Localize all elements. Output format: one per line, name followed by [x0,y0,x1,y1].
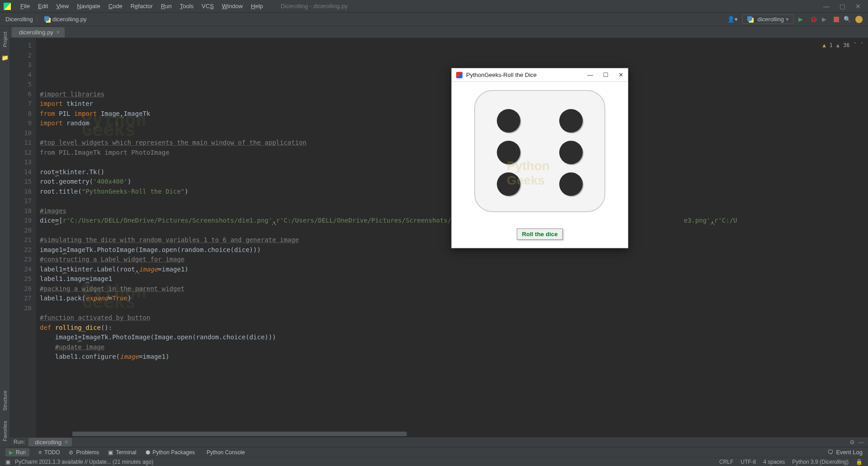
close-tab-icon[interactable]: ✕ [56,29,60,35]
line-gutter: 1234567891011121314151617181920212223242… [10,38,36,437]
structure-tool-button[interactable]: Structure [2,388,8,414]
chevron-up-icon[interactable]: ˆ [854,41,857,51]
minimize-icon[interactable]: — [823,3,830,10]
lock-icon[interactable]: 🔒 [856,459,863,465]
bottom-tool-bar: ▶ Run ≡ TODO ⊘ Problems ▣ Terminal ⬢ Pyt… [0,447,868,457]
menu-run[interactable]: Run [157,3,176,10]
todo-label: TODO [44,449,60,456]
menu-view[interactable]: View [52,3,73,10]
tk-minimize-icon[interactable]: — [587,71,593,78]
breadcrumb-project[interactable]: Dicerolling [5,16,33,23]
search-icon[interactable]: 🔍 [844,16,851,23]
editor-area: 1234567891011121314151617181920212223242… [10,38,868,437]
die-pip [559,172,583,196]
chevron-down-icon[interactable]: ˇ [860,41,863,51]
die-pip [559,109,583,133]
close-icon[interactable]: ✕ [855,3,861,10]
tk-close-icon[interactable]: ✕ [618,71,623,78]
python-file-icon [44,16,51,23]
tk-title-bar: PythonGeeks-Roll the Dice — ☐ ✕ [452,68,628,82]
menu-file[interactable]: File [16,3,34,10]
editor-tabs: dicerolling.py ✕ [10,26,868,38]
debug-icon[interactable]: 🐞 [810,16,817,23]
python-packages-tool-button[interactable]: ⬢ Python Packages [146,449,195,456]
editor-tab[interactable]: dicerolling.py ✕ [12,27,65,38]
account-icon[interactable] [855,16,863,23]
coverage-icon[interactable]: ▶ [822,16,829,23]
chevron-down-icon: ▾ [786,16,789,23]
tk-body: PythonGeeks Roll the dice [452,82,628,248]
project-tool-button[interactable]: Project [2,29,8,50]
tk-maximize-icon[interactable]: ☐ [603,71,609,78]
favorites-tool-button[interactable]: Favorites [2,418,8,444]
list-icon: ≡ [38,449,42,456]
maximize-icon[interactable]: ▢ [840,3,845,10]
python-file-icon [747,16,754,23]
tkinter-app-window: PythonGeeks-Roll the Dice — ☐ ✕ PythonGe… [451,68,628,248]
status-message[interactable]: PyCharm 2021.1.3 available // Update... … [15,459,153,465]
menu-tools[interactable]: Tools [176,3,198,10]
event-log-button[interactable]: Event Log [836,449,863,456]
die-pip [497,172,520,196]
pyconsole-label: Python Console [207,449,245,456]
tab-label: dicerolling.py [19,29,53,36]
menu-vcs[interactable]: VCS [198,3,218,10]
die-image: PythonGeeks [474,90,605,212]
window-title: Dicerolling - dicerolling.py [281,3,348,10]
tk-window-title: PythonGeeks-Roll the Dice [466,71,537,78]
navigation-bar: Dicerolling 〉 dicerolling.py 👤▾ diceroll… [0,13,868,26]
warning-count: 1 [830,41,833,51]
menu-refactor[interactable]: Refactor [127,3,157,10]
run-tool-button[interactable]: ▶ Run [5,448,29,456]
encoding[interactable]: UTF-8 [741,459,756,465]
warning-icon: ▲ [822,41,826,51]
terminal-tool-button[interactable]: ▣ Terminal [108,449,136,456]
run-icon[interactable]: ▶ [798,16,806,23]
run-tab[interactable]: dicerolling ✕ [28,438,72,447]
main-menu: FileEditViewNavigateCodeRefactorRunTools… [16,3,267,10]
menu-help[interactable]: Help [247,3,267,10]
weak-warning-count: 36 [843,41,849,51]
window-controls: — ▢ ✕ [823,3,864,10]
die-pip [497,141,520,164]
weak-warning-icon: ▲ [836,41,840,51]
hide-icon[interactable]: — [859,439,864,446]
line-separator[interactable]: CRLF [719,459,733,465]
pypkg-label: Python Packages [153,449,195,456]
left-tool-strip: Project 📁 Structure Favorites ★ [0,26,10,457]
terminal-icon: ▣ [108,449,113,456]
run-tool-window-header: Run: dicerolling ✕ ⚙ — [10,437,868,447]
inspections-widget[interactable]: ▲ 1 ▲ 36 ˆ ˇ [822,41,863,51]
title-bar: FileEditViewNavigateCodeRefactorRunTools… [0,0,868,13]
todo-tool-button[interactable]: ≡ TODO [38,449,60,456]
menu-navigate[interactable]: Navigate [73,3,104,10]
chevron-right-icon: 〉 [36,15,42,24]
add-user-icon[interactable]: 👤▾ [727,16,738,23]
breadcrumb-file[interactable]: dicerolling.py [52,16,87,23]
play-icon: ▶ [9,449,13,456]
menu-edit[interactable]: Edit [34,3,52,10]
tool-windows-icon[interactable]: ▣ [5,459,10,465]
horizontal-scrollbar[interactable] [72,432,407,436]
run-label: Run [16,449,26,456]
close-icon[interactable]: ✕ [64,439,68,445]
status-bar: ▣ PyCharm 2021.1.3 available // Update..… [0,457,868,466]
menu-code[interactable]: Code [104,3,127,10]
run-tab-label: dicerolling [35,439,61,446]
interpreter[interactable]: Python 3.9 (Dicerolling) [792,459,849,465]
terminal-label: Terminal [116,449,136,456]
stop-icon[interactable] [834,17,839,22]
alert-icon: ⊘ [69,449,73,456]
gear-icon[interactable]: ⚙ [849,439,855,446]
run-configuration-selector[interactable]: dicerolling ▾ [742,14,794,24]
run-title: Run: [14,439,25,445]
roll-dice-button[interactable]: Roll the dice [517,228,562,240]
tk-feather-icon [456,72,462,78]
indent[interactable]: 4 spaces [763,459,785,465]
folder-icon[interactable]: 📁 [1,54,9,61]
problems-tool-button[interactable]: ⊘ Problems [69,449,99,456]
menu-window[interactable]: Window [218,3,247,10]
python-console-tool-button[interactable]: Python Console [204,449,245,456]
package-icon: ⬢ [146,449,150,456]
die-pip [497,109,520,133]
